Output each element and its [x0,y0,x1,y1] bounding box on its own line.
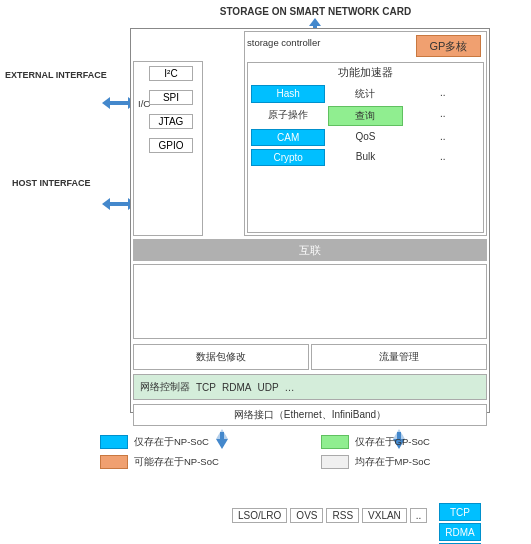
external-interface-label: EXTERNAL INTERFACE [5,70,107,80]
udp-ctrl-item: UDP [257,382,278,393]
data-modify-cell: 数据包修改 [133,344,309,370]
i2c-box: I²C [149,66,193,81]
atomic-cell: 原子操作 [251,106,325,126]
data-row: 数据包修改 流量管理 [133,344,487,370]
net-ctrl-row: 网络控制器 TCP RDMA UDP … [133,374,487,400]
jtag-box: JTAG [149,114,193,129]
traffic-mgmt-cell: 流量管理 [311,344,487,370]
rdma-highlight-box: RDMA [439,523,481,541]
legend-gray-label: 均存在于MP-SoC [355,456,431,469]
legend-blue: 仅存在于NP-SoC [100,435,301,449]
np-inner: LSO/LRO OVS RSS VXLAN .. [229,505,431,526]
legend-blue-label: 仅存在于NP-SoC [134,436,209,449]
storage-controller-label: storage controller [247,37,320,48]
legend-green-box [321,435,349,449]
legend-orange: 可能存在于NP-SoC [100,455,301,469]
lso-lro-box: LSO/LRO [232,508,287,523]
right-panel: storage controller GP多核 功能加速器 Hash 统计 ..… [244,31,487,236]
legend-gray-box [321,455,349,469]
diagram-container: STORAGE ON SMART NETWORK CARD EXTERNAL I… [0,0,531,544]
query-cell: 查询 [328,106,402,126]
net-iface-bar: 网络接口（Ethernet、InfiniBand） [133,404,487,426]
np-section: LSO/LRO OVS RSS VXLAN .. TCP RDMA UDP [133,264,487,339]
legend-orange-box [100,455,128,469]
np-dot-box: .. [410,508,428,523]
legend-green-label: 仅存在于GP-SoC [355,436,430,449]
more-ctrl-item: … [285,382,295,393]
dot3-cell: .. [406,129,480,146]
tcp-rdma-udp-panel: TCP RDMA UDP [439,503,481,544]
legend-orange-label: 可能存在于NP-SoC [134,456,219,469]
host-interface-label: HOST INTERFACE [12,178,91,188]
func-accel-panel: 功能加速器 Hash 统计 .. 原子操作 查询 .. CAM QoS .. C… [247,62,484,233]
io-panel: I/O I²C SPI JTAG GPIO [133,61,203,236]
qos-cell: QoS [328,129,402,146]
func-accel-title: 功能加速器 [248,63,483,82]
net-ctrl-label: 网络控制器 [140,380,190,394]
rdma-ctrl-item: RDMA [222,382,251,393]
top-label: STORAGE ON SMART NETWORK CARD [130,6,501,17]
ovs-box: OVS [290,508,323,523]
spi-box: SPI [149,90,193,105]
legend-green: 仅存在于GP-SoC [321,435,522,449]
legend: 仅存在于NP-SoC 仅存在于GP-SoC 可能存在于NP-SoC 均存在于MP… [100,435,521,469]
bulk-cell: Bulk [328,149,402,166]
dot1-cell: .. [406,85,480,103]
tcp-highlight-box: TCP [439,503,481,521]
main-box: I/O I²C SPI JTAG GPIO storage controller… [130,28,490,413]
dot2-cell: .. [406,106,480,126]
tcp-ctrl-item: TCP [196,382,216,393]
crypto-cell: Crypto [251,149,325,166]
dot4-cell: .. [406,149,480,166]
svg-marker-0 [309,18,321,26]
stat-cell: 统计 [328,85,402,103]
gp-core-box: GP多核 [416,35,481,57]
accel-grid: Hash 统计 .. 原子操作 查询 .. CAM QoS .. Crypto … [248,82,483,169]
interconnect-bar: 互联 [133,239,487,261]
legend-blue-box [100,435,128,449]
gpio-box: GPIO [149,138,193,153]
cam-cell: CAM [251,129,325,146]
rss-box: RSS [326,508,359,523]
legend-gray: 均存在于MP-SoC [321,455,522,469]
hash-cell: Hash [251,85,325,103]
vxlan-box: VXLAN [362,508,407,523]
